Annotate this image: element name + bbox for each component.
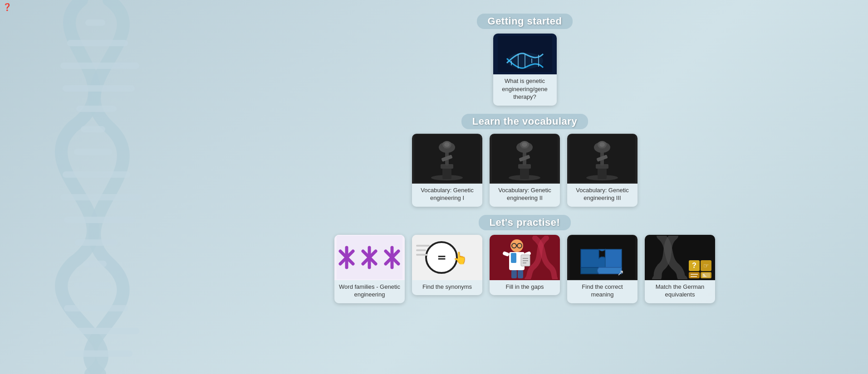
svg-rect-68 [416, 249, 426, 251]
svg-rect-83 [511, 270, 517, 278]
svg-text:＝: ＝ [435, 250, 448, 264]
thumb-dna-video [493, 34, 557, 74]
svg-text:👆: 👆 [453, 251, 468, 265]
lets-practise-heading: Let's practise! [479, 215, 571, 230]
thumb-microscope-2 [490, 134, 560, 184]
getting-started-section: Getting started [209, 14, 841, 106]
card-label-synonyms: Find the synonyms [419, 280, 476, 292]
card-vocab-3[interactable]: Vocabulary: Genetic engineering III [567, 134, 638, 207]
svg-rect-69 [416, 254, 428, 256]
card-thumb-word-families [334, 235, 405, 280]
card-thumb-vocab-3 [567, 134, 638, 184]
card-label-vocab-1: Vocabulary: Genetic engineering I [412, 184, 482, 203]
card-label-what-is-genetic: What is genetic engineering/gene therapy… [493, 74, 557, 102]
thumb-microscope-1 [412, 134, 482, 184]
card-thumb-dna-video [493, 34, 557, 74]
card-label-german-equivalents: Match the German equivalents [645, 280, 715, 300]
card-vocab-1[interactable]: Vocabulary: Genetic engineering I [412, 134, 482, 207]
svg-text:↗: ↗ [617, 268, 624, 277]
card-label-vocab-3: Vocabulary: Genetic engineering III [567, 184, 638, 203]
thumb-word-families-img [334, 235, 405, 280]
learn-vocabulary-heading: Learn the vocabulary [461, 114, 588, 129]
card-thumb-vocab-1 [412, 134, 482, 184]
card-synonyms[interactable]: ＝ 👆 Find the synonyms [412, 235, 482, 296]
practice-cards: Word families - Genetic engineering ＝ 👆 [334, 235, 715, 303]
svg-point-22 [507, 53, 543, 69]
getting-started-cards: What is genetic engineering/gene therapy… [493, 34, 557, 106]
thumb-correct-meaning-img: ↗ [567, 235, 638, 280]
card-correct-meaning[interactable]: ↗ Find the correct meaning [567, 235, 638, 303]
svg-rect-84 [518, 270, 523, 278]
dna-background [0, 0, 218, 374]
svg-point-42 [522, 142, 527, 147]
main-content: Getting started [209, 14, 841, 303]
card-word-families[interactable]: Word families - Genetic engineering [334, 235, 405, 303]
svg-rect-67 [416, 245, 430, 247]
thumb-fill-gaps-img [490, 235, 560, 280]
card-fill-gaps[interactable]: Fill in the gaps [490, 235, 560, 296]
card-thumb-synonyms: ＝ 👆 [412, 235, 482, 280]
card-thumb-vocab-2 [490, 134, 560, 184]
card-label-correct-meaning: Find the correct meaning [567, 280, 638, 300]
thumb-synonyms-img: ＝ 👆 [412, 235, 482, 280]
help-icon[interactable]: ❓ [3, 3, 12, 11]
svg-point-32 [444, 142, 450, 147]
card-label-word-families: Word families - Genetic engineering [334, 280, 405, 300]
card-thumb-correct-meaning: ↗ [567, 235, 638, 280]
card-label-fill-gaps: Fill in the gaps [502, 280, 548, 292]
svg-text:?: ? [692, 262, 696, 269]
card-what-is-genetic-engineering[interactable]: What is genetic engineering/gene therapy… [493, 34, 557, 106]
card-label-vocab-2: Vocabulary: Genetic engineering II [490, 184, 560, 203]
card-vocab-2[interactable]: Vocabulary: Genetic engineering II [490, 134, 560, 207]
thumb-microscope-3 [567, 134, 638, 184]
vocabulary-cards: Vocabulary: Genetic engineering I [412, 134, 638, 207]
svg-text:☞: ☞ [703, 262, 709, 269]
svg-rect-92 [689, 272, 700, 278]
card-thumb-fill-gaps [490, 235, 560, 280]
card-thumb-german-equivalents: ? ☞ [645, 235, 715, 280]
svg-rect-76 [511, 253, 516, 263]
card-german-equivalents[interactable]: ? ☞ [645, 235, 715, 303]
thumb-german-img: ? ☞ [645, 235, 715, 280]
learn-vocabulary-section: Learn the vocabulary [209, 114, 841, 207]
getting-started-heading: Getting started [477, 14, 573, 29]
lets-practise-section: Let's practise! [209, 215, 841, 303]
svg-point-52 [599, 142, 605, 147]
